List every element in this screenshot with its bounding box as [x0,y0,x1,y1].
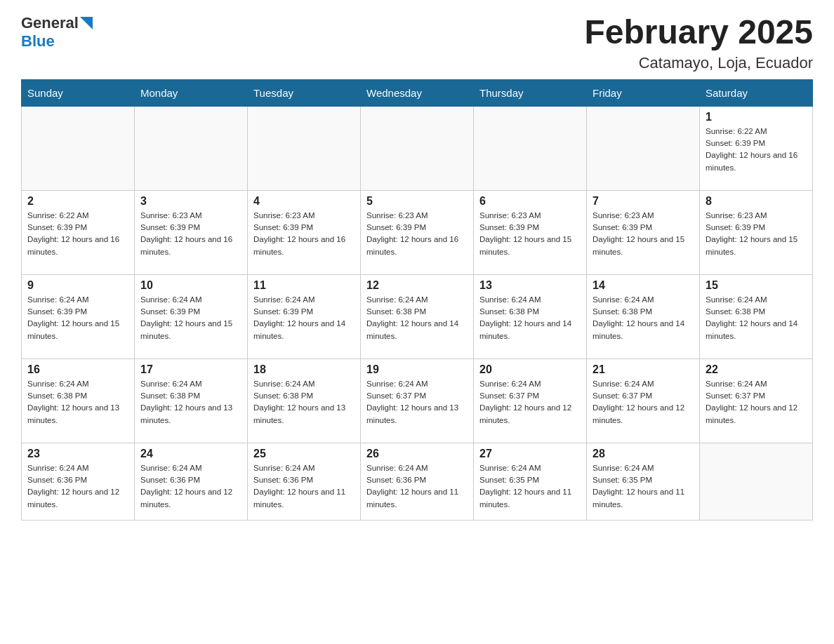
col-wednesday: Wednesday [361,79,474,106]
day-number: 7 [593,195,694,208]
col-friday: Friday [587,79,700,106]
day-info: Sunrise: 6:23 AM Sunset: 6:39 PM Dayligh… [366,210,468,258]
calendar-cell: 6Sunrise: 6:23 AM Sunset: 6:39 PM Daylig… [474,190,587,274]
day-info: Sunrise: 6:24 AM Sunset: 6:36 PM Dayligh… [27,462,128,511]
day-info: Sunrise: 6:24 AM Sunset: 6:37 PM Dayligh… [706,378,807,427]
day-info: Sunrise: 6:24 AM Sunset: 6:35 PM Dayligh… [593,462,694,511]
logo-triangle-icon [80,17,93,29]
day-number: 27 [479,448,581,460]
day-info: Sunrise: 6:24 AM Sunset: 6:39 PM Dayligh… [27,294,128,342]
day-number: 4 [253,195,355,208]
calendar-cell [135,106,248,190]
calendar-cell: 13Sunrise: 6:24 AM Sunset: 6:38 PM Dayli… [474,274,587,358]
calendar-cell [248,106,361,190]
day-info: Sunrise: 6:24 AM Sunset: 6:38 PM Dayligh… [27,378,128,427]
day-info: Sunrise: 6:24 AM Sunset: 6:37 PM Dayligh… [479,378,581,427]
day-info: Sunrise: 6:24 AM Sunset: 6:39 PM Dayligh… [140,294,241,342]
calendar-cell: 10Sunrise: 6:24 AM Sunset: 6:39 PM Dayli… [135,274,248,358]
day-number: 16 [27,363,128,376]
calendar-cell: 21Sunrise: 6:24 AM Sunset: 6:37 PM Dayli… [587,358,700,443]
day-info: Sunrise: 6:24 AM Sunset: 6:37 PM Dayligh… [366,378,468,427]
col-thursday: Thursday [474,79,587,106]
calendar-cell: 24Sunrise: 6:24 AM Sunset: 6:36 PM Dayli… [135,443,248,520]
calendar-cell: 28Sunrise: 6:24 AM Sunset: 6:35 PM Dayli… [587,443,700,520]
calendar-table: Sunday Monday Tuesday Wednesday Thursday… [21,79,813,521]
calendar-cell: 11Sunrise: 6:24 AM Sunset: 6:39 PM Dayli… [248,274,361,358]
day-number: 19 [366,363,468,376]
day-number: 17 [140,363,241,376]
day-info: Sunrise: 6:24 AM Sunset: 6:38 PM Dayligh… [593,294,694,342]
calendar-week-3: 9Sunrise: 6:24 AM Sunset: 6:39 PM Daylig… [22,274,813,358]
day-info: Sunrise: 6:24 AM Sunset: 6:38 PM Dayligh… [140,378,241,427]
calendar-week-2: 2Sunrise: 6:22 AM Sunset: 6:39 PM Daylig… [22,190,813,274]
day-number: 26 [366,448,468,460]
calendar-cell: 19Sunrise: 6:24 AM Sunset: 6:37 PM Dayli… [361,358,474,443]
calendar-cell: 27Sunrise: 6:24 AM Sunset: 6:35 PM Dayli… [474,443,587,520]
day-number: 22 [706,363,807,376]
day-info: Sunrise: 6:24 AM Sunset: 6:39 PM Dayligh… [253,294,355,342]
calendar-cell [700,443,813,520]
day-info: Sunrise: 6:24 AM Sunset: 6:36 PM Dayligh… [253,462,355,511]
day-number: 1 [706,111,807,123]
calendar-cell: 12Sunrise: 6:24 AM Sunset: 6:38 PM Dayli… [361,274,474,358]
col-monday: Monday [135,79,248,106]
calendar-cell: 9Sunrise: 6:24 AM Sunset: 6:39 PM Daylig… [22,274,135,358]
day-number: 25 [253,448,355,460]
logo: General Blue [21,14,93,51]
logo-blue: Blue [21,32,55,50]
day-info: Sunrise: 6:24 AM Sunset: 6:38 PM Dayligh… [706,294,807,342]
month-title: February 2025 [584,14,813,51]
logo-general: General [21,14,79,32]
day-number: 18 [253,363,355,376]
day-number: 10 [140,279,241,292]
calendar-cell [587,106,700,190]
day-number: 6 [479,195,581,208]
day-info: Sunrise: 6:24 AM Sunset: 6:36 PM Dayligh… [140,462,241,511]
title-section: February 2025 Catamayo, Loja, Ecuador [584,14,813,72]
calendar-cell: 20Sunrise: 6:24 AM Sunset: 6:37 PM Dayli… [474,358,587,443]
calendar-week-5: 23Sunrise: 6:24 AM Sunset: 6:36 PM Dayli… [22,443,813,520]
day-info: Sunrise: 6:23 AM Sunset: 6:39 PM Dayligh… [140,210,241,258]
day-info: Sunrise: 6:22 AM Sunset: 6:39 PM Dayligh… [706,126,807,174]
calendar-cell: 15Sunrise: 6:24 AM Sunset: 6:38 PM Dayli… [700,274,813,358]
day-number: 20 [479,363,581,376]
day-number: 13 [479,279,581,292]
day-info: Sunrise: 6:23 AM Sunset: 6:39 PM Dayligh… [253,210,355,258]
day-info: Sunrise: 6:23 AM Sunset: 6:39 PM Dayligh… [593,210,694,258]
day-info: Sunrise: 6:23 AM Sunset: 6:39 PM Dayligh… [706,210,807,258]
col-saturday: Saturday [700,79,813,106]
calendar-cell [361,106,474,190]
day-number: 21 [593,363,694,376]
location-title: Catamayo, Loja, Ecuador [584,54,813,72]
calendar-cell: 26Sunrise: 6:24 AM Sunset: 6:36 PM Dayli… [361,443,474,520]
day-number: 9 [27,279,128,292]
day-number: 12 [366,279,468,292]
calendar-header-row: Sunday Monday Tuesday Wednesday Thursday… [22,79,813,106]
col-tuesday: Tuesday [248,79,361,106]
day-number: 23 [27,448,128,460]
day-info: Sunrise: 6:24 AM Sunset: 6:37 PM Dayligh… [593,378,694,427]
day-number: 14 [593,279,694,292]
day-number: 15 [706,279,807,292]
day-info: Sunrise: 6:24 AM Sunset: 6:35 PM Dayligh… [479,462,581,511]
calendar-cell: 25Sunrise: 6:24 AM Sunset: 6:36 PM Dayli… [248,443,361,520]
calendar-cell: 8Sunrise: 6:23 AM Sunset: 6:39 PM Daylig… [700,190,813,274]
calendar-cell: 22Sunrise: 6:24 AM Sunset: 6:37 PM Dayli… [700,358,813,443]
day-info: Sunrise: 6:22 AM Sunset: 6:39 PM Dayligh… [27,210,128,258]
day-number: 11 [253,279,355,292]
calendar-cell: 7Sunrise: 6:23 AM Sunset: 6:39 PM Daylig… [587,190,700,274]
calendar-week-1: 1Sunrise: 6:22 AM Sunset: 6:39 PM Daylig… [22,106,813,190]
day-number: 24 [140,448,241,460]
day-number: 28 [593,448,694,460]
day-number: 2 [27,195,128,208]
calendar-cell: 17Sunrise: 6:24 AM Sunset: 6:38 PM Dayli… [135,358,248,443]
calendar-week-4: 16Sunrise: 6:24 AM Sunset: 6:38 PM Dayli… [22,358,813,443]
calendar-cell: 5Sunrise: 6:23 AM Sunset: 6:39 PM Daylig… [361,190,474,274]
day-info: Sunrise: 6:24 AM Sunset: 6:38 PM Dayligh… [479,294,581,342]
calendar-cell: 14Sunrise: 6:24 AM Sunset: 6:38 PM Dayli… [587,274,700,358]
calendar-cell: 4Sunrise: 6:23 AM Sunset: 6:39 PM Daylig… [248,190,361,274]
svg-marker-0 [80,17,93,29]
calendar-cell: 3Sunrise: 6:23 AM Sunset: 6:39 PM Daylig… [135,190,248,274]
calendar-cell [474,106,587,190]
day-info: Sunrise: 6:24 AM Sunset: 6:38 PM Dayligh… [366,294,468,342]
